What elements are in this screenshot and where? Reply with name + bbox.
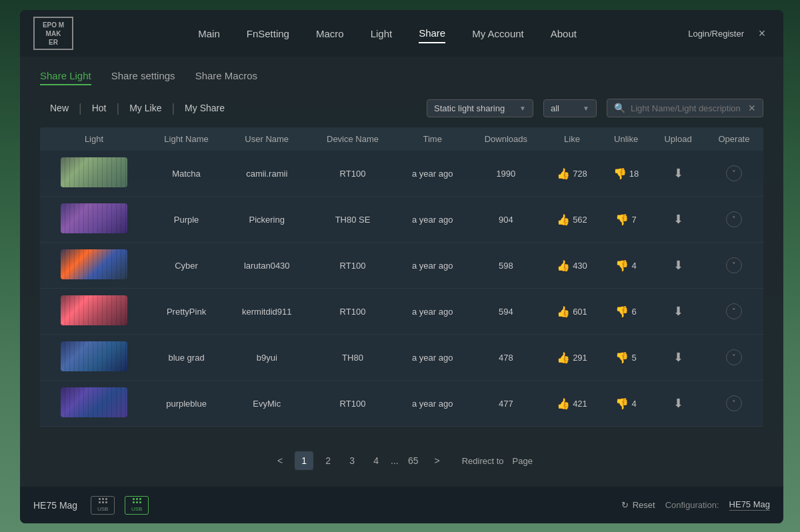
nav-fnsetting[interactable]: FnSetting <box>247 25 289 43</box>
page-3[interactable]: 3 <box>343 451 361 470</box>
page-prev[interactable]: < <box>271 451 289 470</box>
tab-share-macros[interactable]: Share Macros <box>195 70 257 85</box>
type-select[interactable]: Static light sharing ▼ <box>427 99 533 117</box>
cell-like-4[interactable]: 👍 291 <box>543 335 601 381</box>
usb-icon-1[interactable]: USB <box>91 496 115 515</box>
col-downloads: Downloads <box>469 127 543 151</box>
cell-unlike-3[interactable]: 👎 6 <box>601 289 651 335</box>
table-row: Matcha camii.ramii RT100 a year ago 1990… <box>40 151 763 197</box>
cell-thumbnail-1 <box>40 197 148 243</box>
usb-label-1: USB <box>97 506 108 512</box>
filters-row: New | Hot | My Like | My Share Static li… <box>40 99 763 117</box>
kb-thumbnail-2 <box>61 249 127 279</box>
filter-hot[interactable]: Hot <box>82 99 117 117</box>
like-count-0: 728 <box>573 169 587 179</box>
usb-icon-2[interactable]: USB <box>125 496 149 515</box>
cell-operate-4: ˅ <box>705 335 763 381</box>
page-ellipsis: ... <box>391 455 399 466</box>
download-icon-3[interactable]: ⬇ <box>673 305 683 318</box>
reset-button[interactable]: ↻ Reset <box>621 500 655 510</box>
cell-thumbnail-5 <box>40 381 148 427</box>
nav-about[interactable]: About <box>551 25 577 43</box>
cell-operate-0: ˅ <box>705 151 763 197</box>
cell-thumbnail-4 <box>40 335 148 381</box>
tab-share-settings[interactable]: Share settings <box>111 70 175 85</box>
expand-icon-3[interactable]: ˅ <box>726 303 742 319</box>
cell-time-0: a year ago <box>397 151 469 197</box>
cell-like-0[interactable]: 👍 728 <box>543 151 601 197</box>
login-register-link[interactable]: Login/Register <box>688 29 744 39</box>
region-select[interactable]: all ▼ <box>543 99 597 117</box>
cell-username-0: camii.ramii <box>225 151 309 197</box>
page-65[interactable]: 65 <box>404 451 423 470</box>
nav-light[interactable]: Light <box>371 25 393 43</box>
cell-like-5[interactable]: 👍 421 <box>543 381 601 427</box>
cell-upload-3: ⬇ <box>651 289 705 335</box>
cell-like-2[interactable]: 👍 430 <box>543 243 601 289</box>
expand-icon-4[interactable]: ˅ <box>726 349 742 365</box>
col-like: Like <box>543 127 601 151</box>
cell-unlike-5[interactable]: 👎 4 <box>601 381 651 427</box>
cell-device-0: RT100 <box>309 151 396 197</box>
nav-myaccount[interactable]: My Account <box>472 25 524 43</box>
title-bar: EPO MMAKER Main FnSetting Macro Light Sh… <box>20 10 783 57</box>
cell-device-2: RT100 <box>309 243 396 289</box>
like-thumb-icon-3: 👍 <box>557 305 570 318</box>
search-icon: 🔍 <box>614 103 625 113</box>
like-thumb-icon-2: 👍 <box>557 259 570 272</box>
kb-thumbnail-1 <box>61 203 127 233</box>
cell-downloads-0: 1990 <box>469 151 543 197</box>
col-time: Time <box>397 127 469 151</box>
share-table: Light Light Name User Name Device Name T… <box>40 127 763 427</box>
search-input[interactable] <box>631 103 743 113</box>
cell-upload-0: ⬇ <box>651 151 705 197</box>
download-icon-5[interactable]: ⬇ <box>673 397 683 410</box>
expand-icon-1[interactable]: ˅ <box>726 211 742 227</box>
col-device-name: Device Name <box>309 127 396 151</box>
like-thumb-icon-1: 👍 <box>557 213 570 226</box>
close-button[interactable]: × <box>754 25 770 41</box>
clear-search-icon[interactable]: ✕ <box>748 103 756 113</box>
region-select-arrow: ▼ <box>583 105 589 112</box>
download-icon-1[interactable]: ⬇ <box>673 213 683 226</box>
cell-operate-1: ˅ <box>705 197 763 243</box>
page-2[interactable]: 2 <box>319 451 337 470</box>
cell-unlike-1[interactable]: 👎 7 <box>601 197 651 243</box>
expand-icon-2[interactable]: ˅ <box>726 257 742 273</box>
col-light: Light <box>40 127 148 151</box>
filter-mylike[interactable]: My Like <box>119 99 171 117</box>
filter-myshare[interactable]: My Share <box>175 99 235 117</box>
unlike-thumb-icon-4: 👎 <box>615 351 629 364</box>
cell-downloads-4: 478 <box>469 335 543 381</box>
tab-share-light[interactable]: Share Light <box>40 70 91 85</box>
page-next[interactable]: > <box>428 451 447 470</box>
nav-share[interactable]: Share <box>419 24 445 43</box>
col-operate: Operate <box>705 127 763 151</box>
page-4[interactable]: 4 <box>367 451 385 470</box>
unlike-thumb-icon-1: 👎 <box>615 213 629 226</box>
nav-main[interactable]: Main <box>198 25 220 43</box>
config-value: HE75 Mag <box>729 499 770 511</box>
download-icon-0[interactable]: ⬇ <box>673 167 683 180</box>
download-icon-4[interactable]: ⬇ <box>673 351 683 364</box>
cell-lightname-3: PrettyPink <box>148 289 225 335</box>
cell-unlike-4[interactable]: 👎 5 <box>601 335 651 381</box>
cell-username-5: EvyMic <box>225 381 309 427</box>
app-logo: EPO MMAKER <box>33 17 73 50</box>
cell-downloads-2: 598 <box>469 243 543 289</box>
expand-icon-0[interactable]: ˅ <box>726 165 742 181</box>
unlike-count-5: 4 <box>631 399 636 409</box>
cell-thumbnail-0 <box>40 151 148 197</box>
cell-like-1[interactable]: 👍 562 <box>543 197 601 243</box>
page-1[interactable]: 1 <box>295 451 313 470</box>
kb-dots-2 <box>99 501 107 503</box>
expand-icon-5[interactable]: ˅ <box>726 395 742 411</box>
cell-like-3[interactable]: 👍 601 <box>543 289 601 335</box>
cell-unlike-0[interactable]: 👎 18 <box>601 151 651 197</box>
nav-macro[interactable]: Macro <box>316 25 344 43</box>
cell-unlike-2[interactable]: 👎 4 <box>601 243 651 289</box>
type-select-arrow: ▼ <box>519 105 526 112</box>
filter-new[interactable]: New <box>40 99 79 117</box>
download-icon-2[interactable]: ⬇ <box>673 259 683 272</box>
like-count-2: 430 <box>573 261 587 271</box>
